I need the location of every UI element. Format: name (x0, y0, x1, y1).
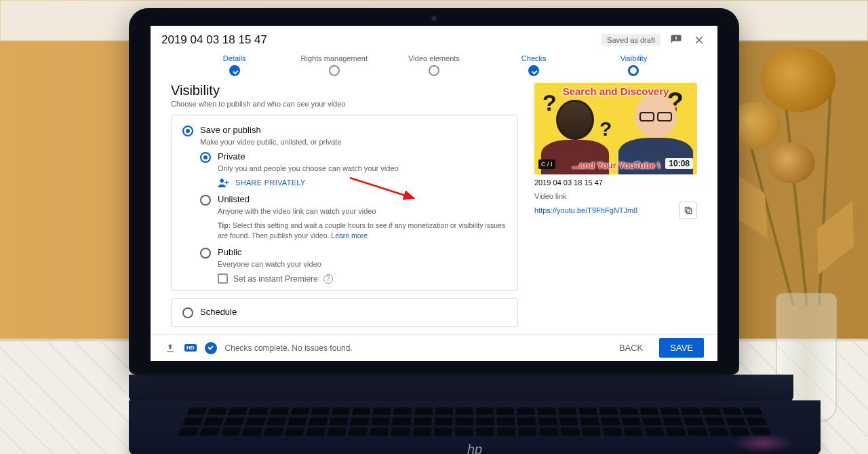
share-person-icon (218, 178, 230, 187)
save-button[interactable]: SAVE (659, 338, 704, 358)
unlisted-title: Unlisted (218, 194, 250, 206)
laptop-brand-logo: hp (467, 442, 482, 454)
laptop: 2019 04 03 18 15 47 Saved as draft (129, 8, 739, 454)
radio-unlisted[interactable] (200, 195, 211, 206)
radio-private[interactable] (200, 152, 211, 163)
copy-icon (684, 206, 693, 215)
step-details[interactable]: Details (184, 54, 284, 76)
learn-more-link[interactable]: Learn more (331, 231, 368, 240)
video-preview-panel: ???? Search and Discovery ...and Your Yo… (534, 83, 697, 327)
schedule-card: Schedule (171, 298, 518, 327)
step-rights[interactable]: Rights management (284, 54, 384, 76)
unlisted-tip: Tip: Select this setting and wait a coup… (218, 221, 507, 240)
video-thumbnail[interactable]: ???? Search and Discovery ...and Your Yo… (534, 83, 697, 174)
public-title: Public (218, 247, 241, 259)
premiere-checkbox[interactable] (218, 273, 228, 284)
laptop-keyboard (178, 407, 771, 436)
private-desc: Only you and people you choose can watch… (218, 164, 507, 172)
section-sub: Choose when to publish and who can see y… (171, 100, 518, 108)
unlisted-desc: Anyone with the video link can watch you… (218, 207, 507, 215)
upload-icon (164, 342, 176, 354)
save-publish-card: Save or publish Make your video public, … (171, 115, 518, 291)
preview-filename: 2019 04 03 18 15 47 (534, 178, 697, 187)
thumbnail-text-top: Search and Discovery (537, 86, 694, 97)
step-label: Visibility (620, 54, 648, 62)
thumbnail-duration: 10:08 (665, 158, 693, 169)
premiere-label: Set as instant Premiere (233, 274, 318, 284)
step-label: Video elements (408, 54, 460, 62)
step-checks[interactable]: Checks (484, 54, 584, 76)
radio-save-publish[interactable] (182, 126, 193, 136)
public-desc: Everyone can watch your video (218, 260, 507, 268)
step-label: Details (223, 54, 246, 62)
step-visibility[interactable]: Visibility (584, 54, 684, 76)
thumbnail-badge: C / I (538, 159, 555, 169)
upload-stepper: Details Rights management Video elements… (151, 52, 717, 81)
save-publish-title: Save or publish (200, 125, 261, 135)
save-publish-desc: Make your video public, unlisted, or pri… (200, 138, 507, 146)
share-privately-label: SHARE PRIVATELY (235, 178, 306, 187)
feedback-icon[interactable] (669, 33, 684, 48)
annotation-arrow (349, 176, 423, 204)
hd-icon: HD (184, 344, 197, 352)
webcam-icon (431, 16, 437, 21)
draft-status-chip: Saved as draft (601, 34, 660, 46)
step-label: Rights management (301, 54, 368, 62)
svg-line-3 (350, 178, 414, 198)
svg-point-0 (220, 178, 224, 183)
back-button[interactable]: BACK (608, 338, 654, 358)
private-title: Private (218, 151, 245, 163)
check-complete-icon (205, 342, 217, 354)
video-link-label: Video link (534, 192, 697, 200)
help-icon[interactable]: ? (323, 274, 333, 284)
svg-rect-1 (687, 209, 692, 214)
video-title: 2019 04 03 18 15 47 (161, 33, 267, 47)
schedule-title: Schedule (200, 307, 237, 318)
step-label: Checks (521, 54, 547, 62)
video-link[interactable]: https://youtu.be/T9FhFgNTJm8 (534, 206, 637, 214)
dialog-header: 2019 04 03 18 15 47 Saved as draft (151, 26, 717, 52)
copy-link-button[interactable] (679, 202, 697, 219)
radio-public[interactable] (200, 248, 211, 259)
section-heading: Visibility (171, 83, 518, 98)
step-elements[interactable]: Video elements (384, 54, 484, 76)
dialog-footer: HD Checks complete. No issues found. BAC… (151, 334, 717, 361)
radio-schedule[interactable] (182, 307, 193, 318)
svg-rect-2 (685, 207, 690, 212)
close-icon[interactable] (692, 33, 707, 48)
footer-status: Checks complete. No issues found. (225, 343, 353, 353)
